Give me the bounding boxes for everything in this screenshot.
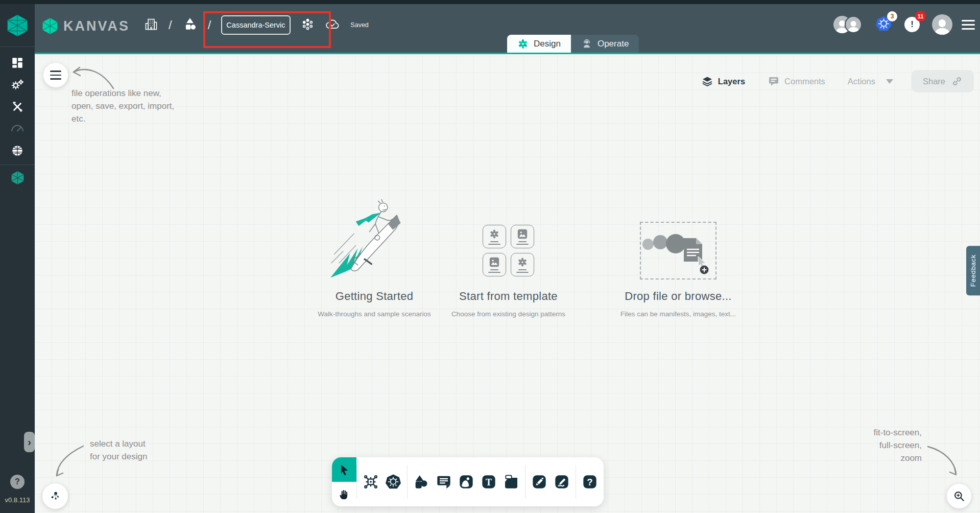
actions-dropdown[interactable]: Actions [848,77,893,86]
avatar [845,16,862,33]
collaborator-avatars[interactable] [833,16,862,33]
help-button[interactable]: ? [10,475,25,489]
zoom-in-icon [952,489,966,503]
sidebar-nav [0,47,35,157]
card-title: Drop file or browse... [625,290,732,303]
tab-operate[interactable]: Operate [571,35,639,53]
top-strip [0,0,980,4]
kanvas-app: › ? v0.8.113 KANVAS / [0,0,980,513]
sidebar-item-extensions[interactable] [7,144,28,157]
design-name-input[interactable] [221,15,291,35]
toolbar-help-button[interactable]: ? [582,474,598,490]
drop-zone-illustration [640,195,716,283]
kubernetes-tool-button[interactable] [385,474,401,490]
getting-started-card[interactable]: Getting Started Walk-throughs and sample… [310,195,438,318]
sidebar-nav-kanvas [0,171,35,184]
select-tool-button[interactable] [332,457,356,482]
layers-icon [701,75,713,87]
comments-button[interactable]: Comments [768,75,825,87]
share-button[interactable]: Share [912,70,974,92]
design-canvas[interactable]: file operations like new, open, save, ex… [35,56,980,513]
toolbar-pointer-column [332,457,356,506]
card-subtitle: Walk-throughs and sample scenarios [318,310,431,318]
sidebar-item-lifecycle[interactable] [7,78,28,91]
menu-icon [50,71,61,80]
sidebar-item-performance[interactable] [7,122,28,135]
zoom-controls-button[interactable] [947,484,971,508]
k8s-context-switcher[interactable]: 3 [875,15,892,34]
sidebar-item-configuration[interactable] [7,100,28,113]
note-tool-button[interactable] [503,474,519,490]
card-title: Start from template [459,290,558,303]
file-menu-button[interactable] [43,63,68,87]
extensions-icon [11,144,24,157]
user-avatar[interactable] [932,14,952,35]
cloud-saved-icon[interactable] [325,17,340,33]
link-icon [951,76,963,87]
note-icon [503,474,519,490]
comment-icon [436,474,452,490]
workspace-icon[interactable] [182,16,198,34]
pen-icon [531,474,547,490]
header-menu-button[interactable] [962,18,975,32]
pan-tool-button[interactable] [332,482,356,506]
meshery-logo[interactable] [0,4,35,47]
gauge-icon [10,123,25,134]
version-label: v0.8.113 [0,496,35,504]
card-subtitle: Choose from existing design patterns [451,310,565,318]
header-right-cluster: 3 ! 11 [833,14,975,35]
share-label: Share [923,77,945,86]
design-config-icon[interactable] [301,17,315,33]
toolbar-group-draw [525,457,576,506]
sidebar-expand-button[interactable]: › [24,432,35,452]
image-icon [517,228,528,240]
kanvas-wordmark: KANVAS [63,18,130,34]
notification-count-badge: 11 [915,11,926,21]
card-title: Getting Started [336,290,413,303]
tab-operate-label: Operate [597,39,629,49]
kanvas-logo[interactable]: KANVAS [42,17,130,35]
toolbar-group-shapes: T [408,457,525,506]
dashboard-icon [11,56,24,69]
layout-selector-button[interactable] [42,483,68,509]
question-icon: ? [582,474,598,490]
component-icon [363,474,379,490]
actions-label: Actions [848,77,875,86]
svg-text:T: T [486,477,492,487]
exclamation-icon: ! [911,19,914,30]
tab-design[interactable]: Design [507,35,571,53]
view-mode-tabs: Design Operate [507,35,639,53]
component-tool-button[interactable] [363,474,379,490]
drop-zone[interactable] [640,222,716,279]
text-tool-button[interactable]: T [481,474,497,490]
svg-text:?: ? [587,477,592,487]
drop-file-card[interactable]: Drop file or browse... Files can be mani… [596,195,760,318]
comment-tool-button[interactable] [436,474,452,490]
pen-tool-button[interactable] [531,474,547,490]
layers-button[interactable]: Layers [701,75,745,87]
image-tool-button[interactable] [458,474,474,490]
meshery-hexagon-icon [7,14,28,37]
template-tile [511,225,534,248]
freehand-tool-button[interactable] [554,474,570,490]
organization-icon[interactable] [144,16,158,34]
hand-icon [338,488,350,500]
kubernetes-icon [385,474,401,490]
shapes-tool-button[interactable] [413,474,429,490]
annotation-layout: select a layout for your design [90,438,166,463]
feedback-tab[interactable]: Feedback [966,246,980,295]
sidebar-divider [0,165,35,165]
notification-center-button[interactable]: ! 11 [904,17,920,32]
chevron-down-icon [886,79,893,84]
layers-label: Layers [718,77,745,86]
start-from-template-card[interactable]: Start from template Choose from existing… [448,195,568,318]
sidebar-item-kanvas[interactable] [7,171,28,184]
image-icon [489,256,500,268]
k8s-context-count-badge: 3 [887,11,897,21]
kanvas-hexagon-icon [11,171,25,185]
sidebar-item-dashboard[interactable] [7,56,28,69]
gears-icon [10,78,25,91]
layout-graph-icon [49,489,62,503]
pattern-spiral-icon [489,228,500,240]
pencil-scribble-icon [554,474,570,490]
